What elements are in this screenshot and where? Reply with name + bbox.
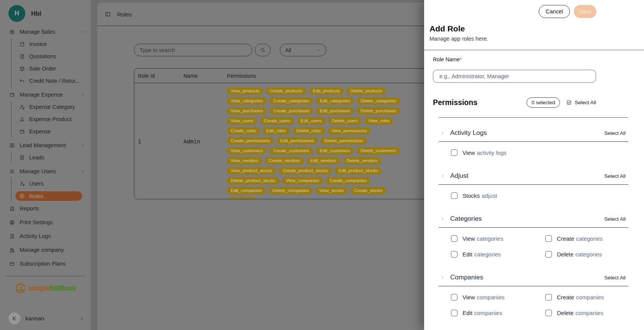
cancel-button[interactable]: Cancel: [539, 5, 570, 18]
permission-view-categories[interactable]: View categories: [439, 231, 533, 246]
sidebar-item-credit-note[interactable]: Credit Note / Retur...: [12, 75, 91, 87]
permission-badge: Create_stocks: [350, 187, 386, 194]
select-all-global[interactable]: Select All: [566, 100, 596, 105]
permission-stocks-adjust[interactable]: Stocks adjust: [439, 188, 533, 204]
section-items: View companies Create companies Edit com…: [439, 286, 628, 328]
item-label: Expense Product: [29, 116, 71, 122]
checked-square-icon: [566, 100, 572, 105]
permission-badge: View_products: [227, 87, 263, 95]
permission-badge: Edit_vendors: [307, 157, 340, 164]
section-header[interactable]: Categories Select All: [439, 210, 628, 228]
sidebar-group-lead-management[interactable]: Lead Management: [0, 139, 91, 151]
checkbox[interactable]: [451, 192, 457, 199]
section-select-all[interactable]: Select All: [604, 275, 628, 281]
cell-name: Admin: [183, 83, 227, 199]
sidebar-toggle-icon[interactable]: [105, 11, 111, 17]
filter-select[interactable]: All: [280, 44, 326, 56]
permission-badge: View_customers: [227, 147, 267, 154]
sidebar-group-manage-sales[interactable]: Manage Sales: [0, 26, 91, 38]
section-select-all[interactable]: Select All: [604, 130, 628, 136]
sidebar-group-manage-users[interactable]: Manage Users: [0, 165, 91, 177]
permission-badge: Create_categories: [269, 97, 313, 105]
sidebar-item-activity-logs[interactable]: Activity Logs: [0, 230, 91, 242]
building-icon: [9, 247, 15, 253]
permission-badge: View_stocks: [315, 187, 348, 194]
permission-badge: Delete_categories: [357, 97, 400, 105]
sidebar-item-manage-company[interactable]: Manage company: [0, 244, 91, 256]
section-select-all[interactable]: Select All: [604, 216, 628, 222]
save-button[interactable]: Save: [574, 5, 596, 18]
checkbox[interactable]: [451, 294, 457, 300]
activity-log-icon: [9, 233, 15, 239]
checkbox[interactable]: [545, 294, 552, 300]
item-label: Credit Note / Retur...: [29, 78, 80, 84]
group-label: Manage Users: [20, 168, 56, 174]
checkbox[interactable]: [451, 251, 457, 258]
search-input[interactable]: [134, 44, 252, 56]
permission-edit-companies[interactable]: Edit companies: [439, 305, 533, 321]
user-menu[interactable]: K kannan: [0, 309, 91, 327]
section-header[interactable]: Activity Logs Select All: [439, 125, 628, 142]
user-name: kannan: [25, 315, 44, 322]
filter-value: All: [285, 47, 291, 53]
simplebillbook-logo-icon: [15, 282, 26, 294]
quotation-doc-icon: [19, 54, 25, 59]
section-header[interactable]: Adjust Select All: [439, 167, 628, 185]
group-label: Manage Expense: [20, 92, 63, 98]
item-label: Manage company: [20, 247, 64, 253]
permission-delete-categories[interactable]: Delete categories: [533, 246, 628, 262]
checkbox[interactable]: [451, 149, 457, 156]
sidebar-item-leads[interactable]: Leads: [12, 151, 91, 164]
sidebar-nav: Manage Sales Invoice Quotations Sale Ord…: [0, 26, 91, 270]
column-name: Name: [183, 73, 227, 79]
permission-edit-categories[interactable]: Edit categories: [439, 246, 533, 262]
section-header[interactable]: Companies Select All: [439, 269, 628, 286]
section-select-all[interactable]: Select All: [604, 173, 628, 179]
permission-badge: Edit_permissions: [276, 137, 318, 144]
permission-create-categories[interactable]: Create categories: [533, 231, 628, 246]
item-label: Print Settings: [20, 219, 53, 225]
checkbox[interactable]: [545, 310, 552, 316]
sidebar-group-manage-expense[interactable]: Manage Expense: [0, 89, 91, 101]
permission-view-activity-logs[interactable]: View activity logs: [439, 145, 533, 161]
permission-badge: Delete_roles: [292, 127, 325, 135]
permissions-heading: Permissions: [433, 98, 477, 107]
package-cube-icon: [19, 66, 25, 72]
wallet-icon: [19, 129, 25, 135]
sidebar-item-reports[interactable]: Reports: [0, 202, 91, 215]
permission-badge: Delete_companies: [269, 187, 313, 194]
permissions-divider: [439, 117, 628, 118]
sidebar-item-print-settings[interactable]: Print Settings: [0, 216, 91, 228]
search-button[interactable]: [255, 44, 271, 56]
checkbox[interactable]: [545, 251, 552, 258]
workspace-logo-row[interactable]: H Hbl: [0, 0, 91, 24]
permission-badge: Edit_users: [297, 117, 325, 125]
checkbox[interactable]: [451, 235, 457, 242]
permission-view-companies[interactable]: View companies: [439, 289, 533, 305]
permission-delete-companies[interactable]: Delete companies: [533, 305, 628, 321]
checkbox[interactable]: [545, 235, 552, 242]
sidebar-item-expense-product[interactable]: Expense Product: [12, 113, 91, 125]
sidebar-item-quotations[interactable]: Quotations: [12, 50, 91, 62]
id-card-icon: [9, 143, 15, 148]
checkbox[interactable]: [451, 310, 457, 316]
rupee-coin-icon: [9, 29, 15, 35]
item-label: Roles: [29, 193, 43, 199]
chevron-right-icon: [440, 216, 445, 222]
sidebar-item-roles-active[interactable]: Roles: [15, 191, 82, 201]
permission-badge: Edit_stocks: [227, 197, 257, 199]
permission-badge: View_roles: [364, 117, 393, 125]
sidebar-item-expense[interactable]: Expense: [12, 125, 91, 138]
section-items: Stocks adjust: [439, 185, 628, 210]
brand-logo: simpleBillBook: [0, 282, 91, 294]
sidebar-item-expense-category[interactable]: Expense Category: [12, 101, 91, 113]
permission-create-companies[interactable]: Create companies: [533, 289, 628, 305]
drawer-actions: Cancel Save: [424, 0, 644, 18]
sidebar-item-users[interactable]: Users: [12, 177, 91, 190]
sidebar-item-invoice[interactable]: Invoice: [12, 38, 91, 50]
permission-badge: View_product_stocks: [227, 167, 276, 174]
sidebar-item-subscription-plans[interactable]: Subscription Plans: [0, 258, 91, 270]
sidebar-item-sale-order[interactable]: Sale Order: [12, 62, 91, 75]
role-name-input[interactable]: [433, 70, 596, 83]
drawer-subtitle: Manage app roles here.: [429, 36, 644, 42]
